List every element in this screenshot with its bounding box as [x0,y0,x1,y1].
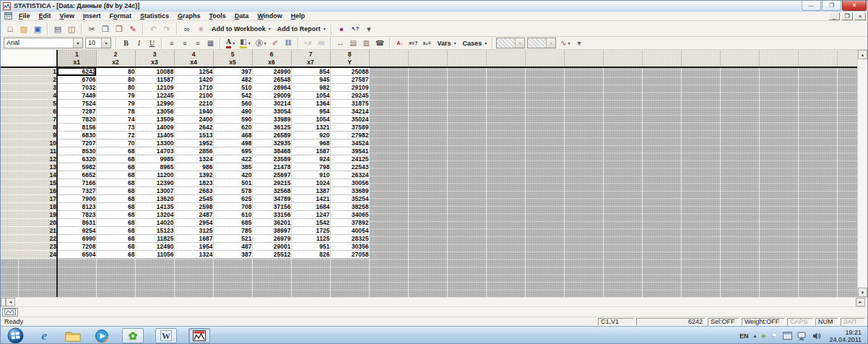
menu-item-tools[interactable]: Tools [205,12,230,20]
row-header-22[interactable]: 22 [1,235,57,243]
cell-r15-c7[interactable]: 1024 [291,179,330,187]
cell-r2-c5[interactable]: 482 [213,76,252,84]
network-tray-icon[interactable] [797,332,807,340]
row-header-23[interactable]: 23 [1,243,57,251]
cell-r10-c3[interactable]: 13300 [135,139,174,147]
print-preview-button[interactable]: ◫ [65,22,78,35]
cell-r2-c1[interactable]: 6706 [57,76,96,84]
row-header-2[interactable]: 2 [1,76,57,84]
cell-r15-c3[interactable]: 12390 [135,179,174,187]
open-file-button[interactable]: ▨ [17,22,30,35]
cell-r9-c4[interactable]: 1513 [174,132,213,139]
cell-r2-c7[interactable]: 945 [291,76,330,84]
cell-r17-c8[interactable]: 35254 [330,195,369,203]
pane-splitter[interactable] [1,298,6,306]
cell-r22-c2[interactable]: 68 [96,235,135,243]
cell-r7-c1[interactable]: 7820 [57,116,96,124]
menu-item-edit[interactable]: Edit [35,12,56,20]
vars-dropdown[interactable]: Vars▾ [434,38,459,48]
format-brush-button[interactable]: ✐ [269,38,282,48]
font-family-combobox[interactable]: Arial▾ [4,38,83,48]
cell-r23-c4[interactable]: 1954 [174,243,213,251]
cell-r6-c6[interactable]: 33054 [252,108,291,116]
cell-r9-c1[interactable]: 6830 [57,132,96,139]
menu-item-statistics[interactable]: Statistics [136,12,173,20]
cell-r20-c6[interactable]: 36201 [252,219,291,227]
cell-r1-c1[interactable]: 6242 [57,67,96,76]
row-header-11[interactable]: 11 [1,147,57,155]
cell-r9-c2[interactable]: 72 [96,132,135,139]
cell-r7-c5[interactable]: 590 [213,116,252,124]
scroll-up-button[interactable]: ▲ [858,50,867,59]
row-header-19[interactable]: 19 [1,211,57,219]
font-color-dropdown[interactable]: A▾ [224,38,237,48]
text-style-dropdown[interactable]: ⓐ▾ [253,38,269,48]
cell-r11-c6[interactable]: 38468 [252,147,291,155]
cell-r19-c1[interactable]: 7823 [57,211,96,219]
cell-r6-c7[interactable]: 954 [291,108,330,116]
cell-r20-c7[interactable]: 1542 [291,219,330,227]
action-center-flag-icon[interactable]: ⚑ [771,332,778,340]
cell-r7-c3[interactable]: 13509 [135,116,174,124]
cell-r17-c7[interactable]: 1421 [291,195,330,203]
cell-r14-c7[interactable]: 910 [291,171,330,179]
cell-r5-c6[interactable]: 30214 [252,100,291,108]
cell-r18-c4[interactable]: 2598 [174,203,213,211]
cell-r11-c3[interactable]: 14703 [135,147,174,155]
menu-item-data[interactable]: Data [230,12,253,20]
cell-r23-c3[interactable]: 12490 [135,243,174,251]
quick-graph-dropdown[interactable]: ∿▾ [558,38,572,48]
cell-r6-c5[interactable]: 490 [213,108,252,116]
cell-r18-c8[interactable]: 38258 [330,203,369,211]
cell-r14-c1[interactable]: 6652 [57,171,96,179]
cell-r1-c8[interactable]: 25088 [330,67,369,76]
cell-r20-c8[interactable]: 37892 [330,219,369,227]
child-restore-button[interactable]: ❐ [841,12,853,20]
vertical-scrollbar[interactable]: ▲ ▼ [857,50,867,297]
column-header-x6[interactable]: 6x6 [252,50,291,67]
cell-r13-c7[interactable]: 798 [291,163,330,171]
cell-r11-c1[interactable]: 8530 [57,147,96,155]
cell-r2-c6[interactable]: 26548 [252,76,291,84]
cell-r19-c5[interactable]: 610 [213,211,252,219]
menu-item-help[interactable]: Help [287,12,310,20]
cell-r17-c1[interactable]: 7900 [57,195,96,203]
cell-r18-c5[interactable]: 708 [213,203,252,211]
child-minimize-button[interactable]: _ [828,12,840,20]
fill-color-dropdown[interactable]: ◧▾ [238,38,252,48]
italic-button[interactable]: I [133,38,145,48]
taskbar-clock[interactable]: 19:21 24.04.2011 [830,329,862,343]
cell-r12-c8[interactable]: 24125 [330,155,369,163]
cell-r6-c1[interactable]: 7287 [57,108,96,116]
increase-decimals-button[interactable]: +.0 [302,38,314,48]
menu-item-insert[interactable]: Insert [79,12,105,20]
cell-r15-c2[interactable]: 68 [96,179,135,187]
cell-r19-c3[interactable]: 13204 [135,211,174,219]
row-header-8[interactable]: 8 [1,124,57,132]
cell-r16-c7[interactable]: 1387 [291,187,330,195]
menu-item-file[interactable]: File [14,12,35,20]
cell-r17-c5[interactable]: 625 [213,195,252,203]
new-document-button[interactable]: □ [4,22,17,35]
cell-r7-c6[interactable]: 33989 [252,116,291,124]
cell-r13-c8[interactable]: 22543 [330,163,369,171]
cell-r8-c4[interactable]: 2642 [174,124,213,132]
row-header-3[interactable]: 3 [1,84,57,92]
cell-r12-c5[interactable]: 422 [213,155,252,163]
cell-r2-c8[interactable]: 27587 [330,76,369,84]
cell-r9-c3[interactable]: 11405 [135,132,174,139]
cell-r24-c6[interactable]: 25512 [252,251,291,259]
cell-r13-c2[interactable]: 68 [96,163,135,171]
variable-formulas-button[interactable]: x₂= [420,38,433,48]
recalculate-button[interactable]: x=? [407,38,420,48]
cell-r4-c8[interactable]: 29245 [330,92,369,100]
column-header-x1[interactable]: 1x1 [57,50,96,67]
cell-r10-c5[interactable]: 498 [213,139,252,147]
row-header-18[interactable]: 18 [1,203,57,211]
row-header-20[interactable]: 20 [1,219,57,227]
cell-r23-c2[interactable]: 68 [96,243,135,251]
column-header-x2[interactable]: 2x2 [96,50,135,67]
cell-r8-c6[interactable]: 36125 [252,124,291,132]
cell-r18-c3[interactable]: 14135 [135,203,174,211]
row-header-17[interactable]: 17 [1,195,57,203]
